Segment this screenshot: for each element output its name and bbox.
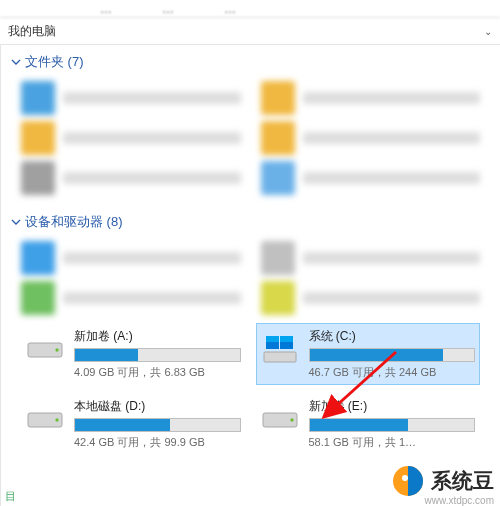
section-title: 设备和驱动器 (8) — [25, 213, 123, 231]
drive-stats: 4.09 GB 可用，共 6.83 GB — [74, 365, 241, 380]
device-item[interactable] — [21, 241, 241, 275]
device-item[interactable] — [261, 281, 481, 315]
drive-item[interactable]: 新加卷 (E:)58.1 GB 可用，共 1… — [256, 393, 481, 455]
main-content: 文件夹 (7) 设备和驱动器 (8) 新加卷 (A:)4.09 GB 可用，共 … — [0, 44, 500, 506]
brand-logo: 系统豆 — [391, 464, 494, 498]
drive-item[interactable]: 本地磁盘 (D:)42.4 GB 可用，共 99.9 GB — [21, 393, 246, 455]
svg-point-8 — [55, 418, 58, 421]
device-item[interactable] — [21, 281, 241, 315]
menu-item[interactable]: … — [224, 2, 236, 16]
capacity-bar — [309, 418, 476, 432]
breadcrumb-bar: 我的电脑 ⌄ — [0, 18, 500, 44]
capacity-bar — [74, 418, 241, 432]
svg-point-1 — [55, 348, 58, 351]
folder-icon — [21, 81, 55, 115]
chevron-down-icon — [11, 217, 21, 227]
drive-stats: 46.7 GB 可用，共 244 GB — [309, 365, 476, 380]
folder-item[interactable] — [261, 161, 481, 195]
svg-rect-5 — [266, 336, 279, 342]
svg-point-10 — [290, 418, 293, 421]
device-label — [63, 252, 241, 264]
device-label — [63, 292, 241, 304]
svg-point-13 — [402, 475, 408, 481]
device-item[interactable] — [261, 241, 481, 275]
capacity-bar — [74, 348, 241, 362]
capacity-bar — [309, 348, 476, 362]
svg-rect-6 — [280, 336, 293, 342]
drive-item[interactable]: 新加卷 (A:)4.09 GB 可用，共 6.83 GB — [21, 323, 246, 385]
drive-stats: 42.4 GB 可用，共 99.9 GB — [74, 435, 241, 450]
folder-icon — [21, 121, 55, 155]
device-label — [303, 252, 481, 264]
folder-label — [303, 92, 481, 104]
status-bar: 目 — [1, 487, 20, 506]
device-icon — [261, 281, 295, 315]
brand-name: 系统豆 — [431, 467, 494, 495]
folder-icon — [21, 161, 55, 195]
expand-icon[interactable]: ⌄ — [484, 26, 492, 37]
drives-grid: 新加卷 (A:)4.09 GB 可用，共 6.83 GB系统 (C:)46.7 … — [1, 319, 500, 459]
menu-item[interactable]: … — [100, 2, 112, 16]
folder-label — [63, 92, 241, 104]
folder-label — [63, 172, 241, 184]
drive-item[interactable]: 系统 (C:)46.7 GB 可用，共 244 GB — [256, 323, 481, 385]
device-icon — [261, 241, 295, 275]
brand-icon — [391, 464, 425, 498]
folder-icon — [261, 81, 295, 115]
drive-stats: 58.1 GB 可用，共 1… — [309, 435, 476, 450]
folder-item[interactable] — [21, 81, 241, 115]
section-title: 文件夹 (7) — [25, 53, 84, 71]
chevron-down-icon — [11, 57, 21, 67]
section-header-drives[interactable]: 设备和驱动器 (8) — [1, 205, 500, 235]
device-icon — [21, 281, 55, 315]
folder-label — [303, 132, 481, 144]
drive-icon — [26, 400, 64, 438]
drive-icon — [261, 400, 299, 438]
drive-icon — [26, 330, 64, 368]
section-header-folders[interactable]: 文件夹 (7) — [1, 45, 500, 75]
folder-item[interactable] — [21, 161, 241, 195]
windows-drive-icon — [261, 330, 299, 368]
device-label — [303, 292, 481, 304]
folders-grid — [1, 75, 500, 205]
drive-name: 本地磁盘 (D:) — [74, 398, 241, 415]
breadcrumb-title[interactable]: 我的电脑 — [8, 23, 56, 40]
folder-label — [63, 132, 241, 144]
folder-icon — [261, 161, 295, 195]
brand-url: www.xtdpc.com — [425, 495, 494, 506]
folder-icon — [261, 121, 295, 155]
drive-name: 新加卷 (A:) — [74, 328, 241, 345]
folder-label — [303, 172, 481, 184]
devices-grid — [1, 235, 500, 319]
drive-name: 新加卷 (E:) — [309, 398, 476, 415]
device-icon — [21, 241, 55, 275]
drive-name: 系统 (C:) — [309, 328, 476, 345]
svg-rect-2 — [264, 352, 296, 362]
folder-item[interactable] — [21, 121, 241, 155]
folder-item[interactable] — [261, 121, 481, 155]
folder-item[interactable] — [261, 81, 481, 115]
menubar: … … … — [0, 0, 500, 18]
menu-item[interactable]: … — [162, 2, 174, 16]
